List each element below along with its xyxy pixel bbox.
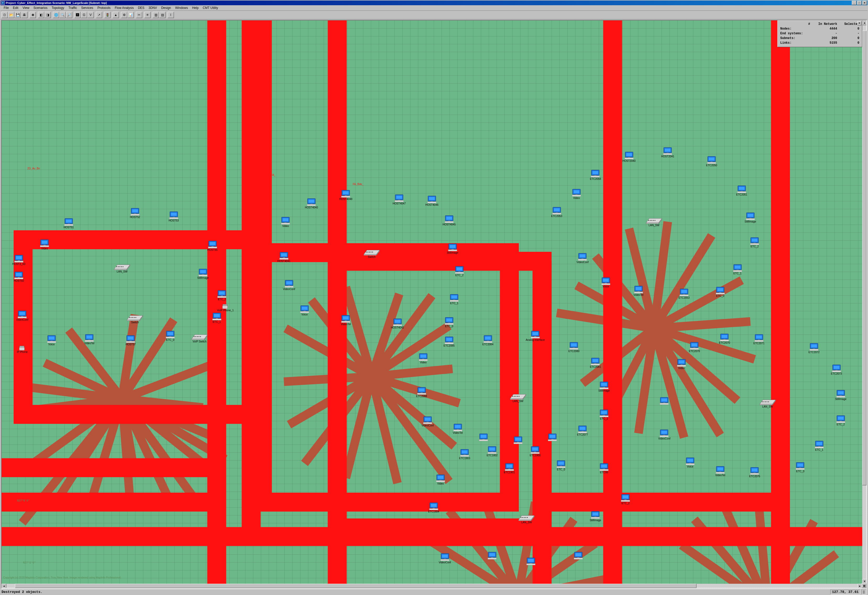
network-node[interactable]: LAN_SW bbox=[114, 264, 130, 273]
network-node[interactable]: HOST2041 bbox=[661, 147, 674, 158]
network-node[interactable]: ETC_1 bbox=[213, 312, 221, 323]
network-node[interactable]: ETC2081 bbox=[590, 358, 601, 368]
tb-vne-icon[interactable]: V bbox=[87, 12, 94, 18]
network-node[interactable]: ETC_0 bbox=[166, 331, 175, 341]
stats-collapse-button[interactable]: ▲ bbox=[857, 21, 861, 25]
network-node[interactable]: VideoConf bbox=[576, 253, 589, 264]
tb-report2-icon[interactable]: ▤ bbox=[159, 12, 165, 18]
canvas-vertical-scrollbar[interactable]: ▲ ▼ bbox=[862, 21, 867, 584]
tb-zoomin-icon[interactable]: 🔍 bbox=[59, 12, 66, 18]
network-node[interactable] bbox=[488, 552, 497, 560]
canvas-viewport[interactable]: Copyright (c) 2020 MapInfo Corporation, … bbox=[1, 21, 862, 584]
network-node[interactable]: Video bbox=[677, 359, 686, 370]
tb-objpal-icon[interactable]: 🔳 bbox=[30, 12, 36, 18]
network-node[interactable]: HOST4048 bbox=[339, 190, 352, 200]
menu-3dnv[interactable]: 3DNV bbox=[146, 6, 159, 10]
network-node[interactable]: ETC_2 bbox=[455, 266, 464, 277]
network-node[interactable]: ETC_1 bbox=[450, 294, 459, 305]
network-node[interactable]: ETC1900 bbox=[530, 446, 540, 457]
menu-flow-analysis[interactable]: Flow Analysis bbox=[113, 6, 136, 10]
network-node[interactable]: ETC2071 bbox=[754, 334, 765, 345]
tb-print-icon[interactable]: 🖶 bbox=[21, 12, 28, 18]
network-node[interactable]: ETC2053 bbox=[551, 206, 562, 217]
menu-traffic[interactable]: Traffic bbox=[66, 6, 79, 10]
network-node[interactable] bbox=[548, 433, 557, 441]
menu-topology[interactable]: Topology bbox=[50, 6, 66, 10]
network-node[interactable]: HOST4045 bbox=[443, 215, 456, 225]
network-node[interactable]: ETC1903 bbox=[459, 449, 470, 460]
network-node[interactable]: ETC2076 bbox=[749, 467, 760, 477]
network-node[interactable]: ETC2051 bbox=[736, 185, 747, 196]
network-node[interactable]: Analog Interface bbox=[526, 331, 545, 341]
network-node[interactable]: VoIP Phone_1 bbox=[217, 304, 234, 312]
network-node[interactable]: VideoConf bbox=[283, 280, 295, 290]
network-node[interactable]: ETC2072 bbox=[809, 343, 819, 353]
tb-results-icon[interactable]: 📊 bbox=[128, 12, 134, 18]
canvas-horizontal-scrollbar[interactable]: ◄ ► bbox=[1, 584, 862, 588]
vscroll-track[interactable] bbox=[862, 25, 867, 579]
menu-edit[interactable]: Edit bbox=[11, 6, 21, 10]
tb-hide-icon[interactable]: ✂ bbox=[136, 12, 142, 18]
network-node[interactable]: ETC_1 bbox=[733, 264, 742, 275]
network-node[interactable]: ETC2077 bbox=[577, 425, 588, 436]
network-node[interactable]: VideoConf bbox=[421, 416, 434, 427]
network-node[interactable]: ETC2078 bbox=[689, 342, 700, 353]
network-node[interactable]: HOST4047 bbox=[393, 194, 406, 205]
tb-fail-icon[interactable]: ◧ bbox=[38, 12, 44, 18]
tb-goparent-icon[interactable]: ↗ bbox=[96, 12, 102, 18]
network-node[interactable]: ETC2050 bbox=[706, 156, 717, 167]
tb-da-icon[interactable]: ▲ bbox=[113, 12, 119, 18]
network-node[interactable]: StillImage bbox=[197, 269, 209, 279]
network-node[interactable]: VideoTel bbox=[453, 424, 462, 434]
maximize-button[interactable]: □ bbox=[857, 1, 862, 5]
tb-run-icon[interactable]: ⚙ bbox=[121, 12, 127, 18]
network-node[interactable]: HOST4042 bbox=[391, 318, 404, 329]
tb-traffic-icon[interactable]: 🚦 bbox=[104, 12, 111, 18]
tb-report1-icon[interactable]: ▥ bbox=[153, 12, 159, 18]
network-node[interactable]: LAN_SW bbox=[646, 218, 663, 227]
network-node[interactable]: ETC2084 bbox=[482, 335, 493, 346]
network-node[interactable]: IP Phone bbox=[17, 346, 28, 353]
tb-ace-icon[interactable]: 🅰 bbox=[74, 12, 81, 18]
tb-zoomout-icon[interactable]: 🔎 bbox=[66, 12, 72, 18]
network-node[interactable]: HOST51 bbox=[63, 218, 74, 228]
network-node[interactable]: Voice bbox=[47, 335, 56, 346]
network-node[interactable]: ETC1904 bbox=[428, 502, 439, 513]
network-node[interactable]: HOST52 bbox=[130, 208, 140, 218]
network-node[interactable] bbox=[574, 552, 583, 560]
tb-back-icon[interactable]: 🌐 bbox=[53, 12, 59, 18]
minimize-button[interactable]: _ bbox=[852, 1, 856, 5]
tb-open-icon[interactable]: 📂 bbox=[8, 12, 15, 18]
network-node[interactable]: HOST50 bbox=[13, 271, 24, 282]
network-node[interactable]: Video bbox=[436, 474, 445, 485]
close-button[interactable]: ✕ bbox=[862, 1, 867, 5]
network-node[interactable]: ETC_2 bbox=[217, 290, 226, 301]
tb-recover-icon[interactable]: ◨ bbox=[44, 12, 51, 18]
scroll-up-button[interactable]: ▲ bbox=[862, 21, 867, 25]
scroll-left-button[interactable]: ◄ bbox=[1, 584, 6, 588]
menu-windows[interactable]: Windows bbox=[173, 6, 190, 10]
network-node[interactable]: ETC99 bbox=[599, 463, 608, 474]
network-node[interactable]: LAN_SW bbox=[518, 514, 535, 524]
network-node[interactable]: HOST4046 bbox=[425, 195, 438, 206]
network-node[interactable]: HOST53 bbox=[169, 211, 179, 222]
network-node[interactable]: ETC2073 bbox=[831, 364, 842, 375]
network-node[interactable]: ETC2085 bbox=[444, 336, 455, 347]
network-node[interactable]: ETC1802 bbox=[487, 446, 497, 457]
menu-des[interactable]: DES bbox=[136, 6, 147, 10]
network-node[interactable]: VideoConf bbox=[16, 310, 28, 321]
network-node[interactable] bbox=[514, 436, 523, 444]
network-node[interactable]: ETC2070 bbox=[719, 333, 730, 344]
menu-cmt-utility[interactable]: CMT Utility bbox=[201, 6, 220, 10]
network-node[interactable]: ETC_2 bbox=[836, 415, 845, 426]
scrollbar-corner[interactable]: ▦ bbox=[862, 583, 867, 588]
tb-new-icon[interactable]: 🗋 bbox=[1, 12, 8, 18]
tb-textbox-icon[interactable]: I bbox=[168, 12, 174, 18]
network-node[interactable]: LAN_SW bbox=[510, 393, 527, 402]
network-node[interactable]: ETC_0 bbox=[716, 287, 725, 298]
network-node[interactable]: ETC_2 bbox=[621, 494, 630, 505]
menu-protocols[interactable]: Protocols bbox=[95, 6, 113, 10]
network-node[interactable]: Switch bbox=[363, 249, 380, 258]
network-node[interactable] bbox=[660, 397, 669, 405]
network-node[interactable]: Video bbox=[40, 239, 49, 250]
